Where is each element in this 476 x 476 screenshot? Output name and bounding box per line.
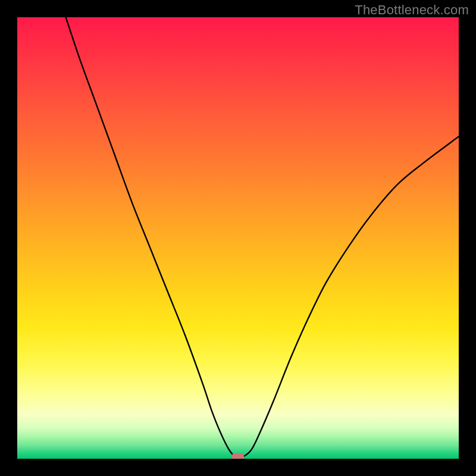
bottleneck-curve [66,17,459,458]
series-marker [232,453,244,459]
plot-area [17,17,459,459]
watermark-text: TheBottleneck.com [355,2,469,18]
chart-frame: TheBottleneck.com [0,0,476,476]
curve-layer [17,17,459,459]
